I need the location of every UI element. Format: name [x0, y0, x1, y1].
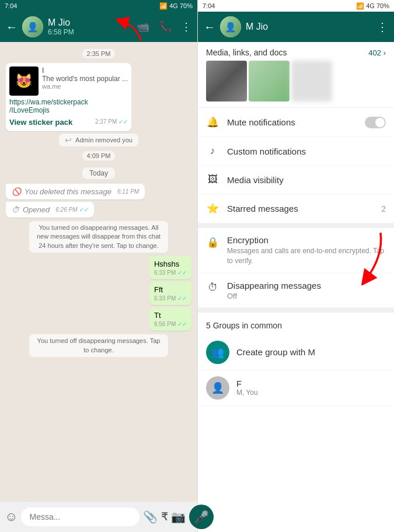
- msg-time-tt: 6:56 PM ✓✓: [154, 321, 187, 327]
- custom-notifications-item[interactable]: ♪ Custom notifications: [198, 137, 394, 166]
- group-f-name: F: [236, 379, 386, 388]
- starred-messages-item[interactable]: ⭐ Starred messages 2: [198, 194, 394, 223]
- chat-messages: 2:35 PM 😻 I The world's most popular ...…: [0, 42, 197, 502]
- chat-last-seen: 6:58 PM: [48, 28, 132, 36]
- link-title: I: [42, 66, 128, 75]
- admin-message: ↩ Admin removed you: [59, 134, 138, 146]
- right-panel: 7:04 📶 4G 70% ← 👤 M Jio ⋮ Media, links, …: [198, 0, 394, 532]
- media-count[interactable]: 402 ›: [368, 48, 386, 57]
- right-avatar: 👤: [220, 16, 241, 37]
- opened-time: 6:26 PM ✓✓: [55, 206, 88, 213]
- media-title: Media, links, and docs: [206, 48, 287, 57]
- chat-contact-name: M Jio: [48, 18, 132, 28]
- media-thumbnails: [198, 61, 394, 107]
- right-header: ← 👤 M Jio ⋮: [198, 12, 394, 42]
- disappearing-text-area: Disappearing messages Off: [227, 281, 386, 300]
- create-group-item[interactable]: 👥 Create group with M: [198, 335, 394, 370]
- encryption-item[interactable]: 🔒 Encryption Messages and calls are end-…: [198, 228, 394, 274]
- payment-button[interactable]: ₹: [161, 510, 168, 523]
- reply-icon: ↩: [65, 135, 72, 145]
- header-action-icons: 📹 📞 ⋮: [137, 20, 191, 33]
- disappearing-messages-item[interactable]: ⏱ Disappearing messages Off: [198, 274, 394, 308]
- deleted-time: 6:11 PM: [117, 188, 139, 195]
- right-avatar-image: 👤: [220, 16, 241, 37]
- outgoing-fft: Fft 6:33 PM ✓✓: [149, 282, 191, 305]
- right-contact-name: M Jio: [246, 22, 372, 32]
- deleted-message: 🚫 You deleted this message 6:11 PM: [6, 184, 145, 200]
- custom-notifications-label: Custom notifications: [227, 146, 386, 156]
- mute-toggle[interactable]: [365, 117, 386, 128]
- system-message-disappear-off[interactable]: You turned off disappearing messages. Ta…: [29, 334, 169, 357]
- more-options-icon[interactable]: ⋮: [181, 20, 191, 33]
- group-f-members: M, You: [236, 388, 386, 397]
- avatar: 👤: [22, 16, 43, 37]
- link-card[interactable]: 😻 I The world's most popular ... wa.me h…: [6, 63, 131, 131]
- outgoing-hshshs: Hshshs 6:33 PM ✓✓: [149, 256, 191, 279]
- view-sticker-button[interactable]: View sticker pack: [9, 114, 72, 128]
- media-header: Media, links, and docs 402 ›: [198, 42, 394, 61]
- time-stamp-235: 2:35 PM: [82, 49, 116, 58]
- mute-label: Mute notifications: [227, 117, 357, 127]
- message-input[interactable]: [21, 508, 140, 526]
- media-thumb-2[interactable]: [249, 61, 290, 102]
- link-url[interactable]: https://wa.me/stickerpack/ILoveEmojis: [9, 98, 128, 114]
- media-thumb-1[interactable]: [206, 61, 247, 102]
- admin-text: Admin removed you: [75, 136, 133, 144]
- media-visibility-label: Media visibility: [227, 175, 386, 185]
- msg-text: Fft: [154, 285, 163, 294]
- chat-input-bar: ☺ 📎 ₹ 📷 🎤: [0, 502, 197, 532]
- msg-text: Hshshs: [154, 260, 179, 268]
- encryption-text-area: Encryption Messages and calls are end-to…: [227, 235, 386, 266]
- time-stamp-409: 4:09 PM: [82, 151, 116, 160]
- group-f-info: F M, You: [236, 379, 386, 397]
- starred-messages-label: Starred messages: [227, 204, 373, 214]
- avatar-image: 👤: [22, 16, 43, 37]
- voice-call-icon[interactable]: 📞: [159, 20, 172, 33]
- outgoing-tt: Tt 6:56 PM ✓✓: [149, 307, 191, 331]
- create-group-info: Create group with M: [236, 347, 386, 357]
- bell-icon: 🔔: [206, 116, 219, 128]
- video-call-icon[interactable]: 📹: [137, 20, 149, 33]
- left-time: 7:04: [5, 2, 17, 9]
- settings-list: 🔔 Mute notifications ♪ Custom notificati…: [198, 108, 394, 223]
- media-section: Media, links, and docs 402 ›: [198, 42, 394, 108]
- deleted-text: You deleted this message: [25, 187, 111, 196]
- msg-time-hshshs: 6:33 PM ✓✓: [154, 270, 187, 276]
- disappearing-value: Off: [227, 292, 386, 300]
- camera-button[interactable]: 📷: [171, 510, 186, 524]
- media-visibility-item[interactable]: 🖼 Media visibility: [198, 166, 394, 194]
- groups-header: 5 Groups in common: [198, 308, 394, 335]
- create-group-icon: 👥: [206, 341, 229, 364]
- media-thumb-3[interactable]: [291, 61, 332, 102]
- link-domain: wa.me: [42, 83, 128, 90]
- mute-notifications-item[interactable]: 🔔 Mute notifications: [198, 108, 394, 137]
- right-back-button[interactable]: ←: [204, 20, 215, 34]
- music-icon: ♪: [206, 145, 219, 157]
- msg-time-fft: 6:33 PM ✓✓: [154, 295, 187, 302]
- left-status-icons: 📶 4G 70%: [159, 2, 193, 10]
- link-desc: The world's most popular ...: [42, 75, 128, 83]
- system-message-disappear-on[interactable]: You turned on disappearing messages. All…: [29, 221, 169, 253]
- left-status-bar: 7:04 📶 4G 70%: [0, 0, 197, 12]
- image-icon: 🖼: [206, 174, 219, 186]
- right-more-options[interactable]: ⋮: [376, 20, 388, 34]
- lock-icon: 🔒: [206, 236, 219, 249]
- emoji-button[interactable]: ☺: [5, 509, 18, 524]
- today-divider: Today: [82, 167, 115, 179]
- disappearing-container: ⏱ Disappearing messages Off: [198, 274, 394, 308]
- right-time: 7:04: [203, 2, 215, 9]
- opened-message: ⏱ Opened 6:26 PM ✓✓: [6, 202, 94, 218]
- back-button[interactable]: ←: [6, 20, 18, 34]
- group-f-item[interactable]: 👤 F M, You: [198, 370, 394, 406]
- right-status-bar: 7:04 📶 4G 70%: [198, 0, 394, 12]
- starred-count: 2: [381, 204, 386, 214]
- left-panel: 7:04 📶 4G 70% ← 👤 M Jio 6:58 PM 📹 📞 ⋮ 2:…: [0, 0, 197, 532]
- timer-icon: ⏱: [12, 205, 19, 214]
- attach-button[interactable]: 📎: [143, 510, 158, 524]
- timer-circle-icon: ⏱: [206, 282, 219, 293]
- chat-header: ← 👤 M Jio 6:58 PM 📹 📞 ⋮: [0, 12, 197, 42]
- encryption-title: Encryption: [227, 235, 386, 245]
- disappearing-title: Disappearing messages: [227, 281, 386, 290]
- chat-header-info: M Jio 6:58 PM: [48, 18, 132, 36]
- create-group-name: Create group with M: [236, 347, 386, 357]
